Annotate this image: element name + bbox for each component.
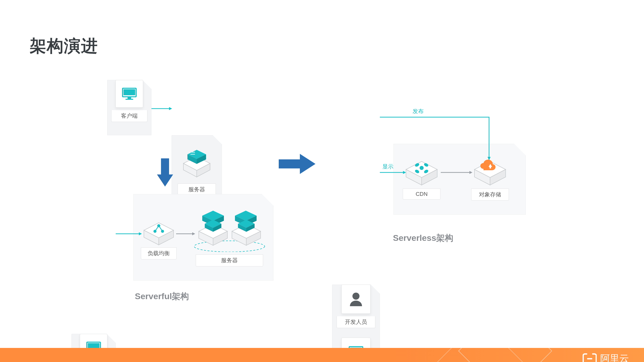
label-serverless: Serverless架构 — [393, 232, 453, 244]
svg-marker-73 — [403, 171, 406, 174]
svg-marker-13 — [169, 107, 172, 110]
edge-publish: 发布 — [413, 108, 424, 115]
svg-rect-2 — [128, 97, 131, 99]
label-oss: 对象存储 — [471, 189, 509, 201]
arrow-client-lb — [116, 231, 142, 236]
svg-point-28 — [194, 241, 265, 252]
label-server-1: 服务器 — [178, 184, 216, 196]
label-lb: 负载均衡 — [141, 247, 177, 259]
label-serverful: Serverful架构 — [135, 291, 189, 302]
svg-rect-70 — [490, 166, 491, 168]
svg-rect-51 — [279, 159, 300, 168]
svg-point-53 — [352, 293, 359, 300]
svg-marker-50 — [192, 232, 195, 235]
down-arrow-icon — [155, 158, 175, 190]
svg-marker-71 — [488, 157, 491, 160]
svg-marker-48 — [139, 232, 142, 235]
arrow-lb-servers — [176, 231, 195, 236]
card-server-1: 服务器 — [172, 135, 222, 201]
arrow-dev-oss — [380, 113, 501, 165]
edge-display: 显示 — [382, 163, 393, 170]
card-client-1: 客户端 — [107, 80, 151, 135]
label-dev: 开发人员 — [337, 316, 375, 328]
label-client-1: 客户端 — [111, 110, 147, 122]
slide: 架构演进 客户端 服务器 — [0, 7, 644, 362]
server-cluster: 服务器 — [192, 209, 267, 266]
svg-rect-14 — [161, 158, 169, 174]
brand-logo: 阿里云 — [583, 352, 629, 362]
svg-marker-75 — [469, 171, 472, 174]
page-title: 架构演进 — [30, 35, 98, 57]
right-arrow-icon — [279, 152, 316, 177]
arrow-client-server — [151, 106, 172, 111]
footer-bar: 阿里云 — [0, 348, 644, 362]
bracket-icon — [583, 353, 597, 362]
svg-rect-1 — [124, 89, 135, 95]
lb-node: 负载均衡 — [140, 215, 178, 259]
user-icon — [341, 285, 371, 314]
arrow-cdn-oss — [441, 170, 472, 175]
svg-marker-15 — [157, 174, 173, 187]
arrow-client-cdn — [380, 170, 406, 175]
svg-rect-3 — [126, 99, 133, 100]
svg-rect-11 — [190, 154, 195, 155]
label-servers: 服务器 — [196, 254, 263, 266]
label-cdn: CDN — [403, 189, 440, 200]
svg-marker-52 — [300, 154, 315, 174]
svg-point-61 — [420, 166, 424, 170]
monitor-icon — [115, 80, 143, 108]
server-cube-icon — [180, 149, 213, 180]
brand-text: 阿里云 — [600, 352, 629, 362]
svg-rect-10 — [190, 152, 195, 153]
